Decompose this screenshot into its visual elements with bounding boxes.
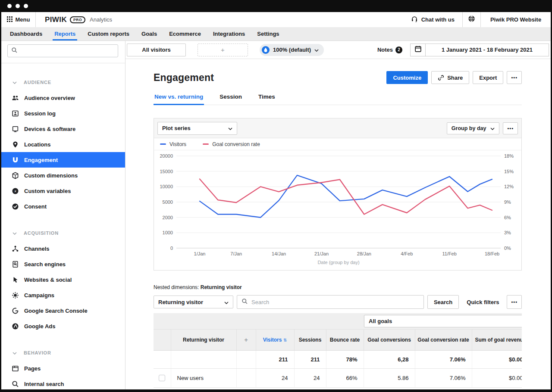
sidebar-section-acquisition: ACQUISITIONChannelsSearch enginesWebsite…: [1, 225, 125, 334]
column-header-select[interactable]: [154, 330, 171, 350]
legend-item-visitors[interactable]: Visitors: [160, 141, 186, 147]
nav-tab-integrations[interactable]: Integrations: [207, 27, 251, 40]
column-header-sum-of-goal-revenue[interactable]: Sum of goal revenue: [472, 330, 522, 350]
sidebar-search[interactable]: [7, 44, 118, 57]
sidebar-item-engagement[interactable]: Engagement: [1, 152, 125, 168]
sidebar-section-header-audience[interactable]: AUDIENCE: [1, 75, 125, 90]
language-button[interactable]: [462, 12, 480, 27]
sidebar-item-audience-overview[interactable]: Audience overview: [1, 90, 125, 106]
nav-tab-custom-reports[interactable]: Custom reports: [82, 27, 135, 40]
totals-goal-conversion-rate: 7.06%: [415, 350, 472, 368]
chat-with-us-button[interactable]: Chat with us: [403, 12, 462, 27]
sidebar-item-consent[interactable]: Consent: [1, 199, 125, 214]
export-button[interactable]: Export: [473, 71, 503, 84]
report-more-button[interactable]: •••: [507, 71, 522, 84]
all-visitors-segment-button[interactable]: All visitors: [127, 44, 186, 56]
sidebar-item-label: Campaigns: [24, 292, 54, 299]
x-axis-tick-label: 4/Feb: [401, 251, 413, 256]
totals-visitors: 211: [256, 350, 294, 368]
sidebar-item-channels[interactable]: Channels: [1, 241, 125, 256]
table-toolbar: Returning visitor Search Quick filters •…: [154, 295, 522, 309]
tab-session[interactable]: Session: [219, 91, 243, 105]
notes-button[interactable]: Notes 2: [377, 47, 402, 53]
report-area: Engagement Customize Share Export •••: [125, 59, 551, 389]
quick-filters-button[interactable]: Quick filters: [462, 299, 503, 305]
calendar-button[interactable]: [410, 44, 426, 56]
sidebar-item-internal-search[interactable]: Internal search: [1, 376, 125, 389]
sidebar-item-custom-variables[interactable]: xCustom variables: [1, 183, 125, 199]
legend-swatch: [203, 143, 209, 145]
nav-tab-ecommerce[interactable]: Ecommerce: [163, 27, 207, 40]
nav-tab-goals[interactable]: Goals: [135, 27, 163, 40]
group-by-select[interactable]: Group by day: [447, 122, 500, 134]
totals-sum-of-goal-revenue: $0.00: [472, 350, 522, 368]
sidebar-item-custom-dimensions[interactable]: Custom dimensions: [1, 168, 125, 183]
column-header-goal-conversion-rate[interactable]: Goal conversion rate: [415, 330, 472, 350]
app-header: Menu PIWIK PRO Analytics Chat with us Pi…: [1, 12, 551, 27]
sidebar-search-input[interactable]: [20, 48, 114, 54]
window-control-dot[interactable]: [7, 4, 12, 8]
tab-new-vs-returning[interactable]: New vs. returning: [154, 91, 204, 105]
x-axis-title: Date (group by day): [317, 260, 359, 265]
sidebar-item-label: Custom dimensions: [24, 172, 78, 179]
sidebar-item-label: Google Ads: [24, 323, 55, 330]
sidebar-section-header-acquisition[interactable]: ACQUISITION: [1, 225, 125, 241]
sidebar-item-search-engines[interactable]: Search engines: [1, 256, 125, 272]
table-search-button[interactable]: Search: [427, 295, 459, 309]
column-header-returning-visitor[interactable]: Returning visitor: [171, 330, 236, 350]
chart-more-button[interactable]: •••: [503, 122, 518, 134]
cell-sessions: 24: [294, 368, 326, 387]
sidebar-item-session-log[interactable]: Session log: [1, 106, 125, 121]
nav-tab-dashboards[interactable]: Dashboards: [4, 27, 48, 40]
window-control-dot[interactable]: [24, 4, 28, 8]
sidebar-section-audience: AUDIENCEAudience overviewSession logDevi…: [1, 75, 125, 214]
sidebar-item-locations[interactable]: Locations: [1, 137, 125, 152]
sidebar-item-websites-social[interactable]: Websites & social: [1, 272, 125, 287]
brand-logo[interactable]: PIWIK PRO Analytics: [45, 12, 112, 27]
sidebar-item-campaigns[interactable]: Campaigns: [1, 287, 125, 303]
series-line-visitors: [200, 175, 492, 218]
sidebar-section-label: BEHAVIOR: [24, 350, 51, 355]
totals-goal-conversions: 6,28: [364, 350, 415, 368]
nav-tab-reports[interactable]: Reports: [48, 27, 82, 40]
nav-tab-settings[interactable]: Settings: [251, 27, 285, 40]
nav-tabs: DashboardsReportsCustom reportsGoalsEcom…: [1, 27, 551, 41]
chart-card-header: Plot series Group by day •••: [154, 118, 521, 138]
tab-times[interactable]: Times: [257, 91, 276, 105]
sidebar-item-pages[interactable]: Pages: [1, 361, 125, 376]
share-button[interactable]: Share: [431, 71, 469, 84]
sidebar-item-label: Engagement: [24, 157, 58, 163]
column-header-sessions[interactable]: Sessions: [294, 330, 326, 350]
website-label: Piwik PRO Website: [490, 16, 541, 23]
legend-item-goal-conversion-rate[interactable]: Goal conversion rate: [203, 141, 260, 147]
totals-sessions: 211: [294, 350, 326, 368]
brand-product: Analytics: [90, 16, 112, 23]
column-header-bounce-rate[interactable]: Bounce rate: [326, 330, 364, 350]
sample-rate-selector[interactable]: 100% (default): [260, 44, 324, 56]
legend-label: Goal conversion rate: [212, 141, 260, 147]
website-selector[interactable]: Piwik PRO Website: [480, 12, 551, 27]
cell-goal-conversion-rate: 7.06%: [415, 368, 472, 387]
dimension-select[interactable]: Returning visitor: [154, 296, 233, 308]
all-goals-selector[interactable]: All goals: [364, 315, 522, 327]
column-header-visitors[interactable]: Visitors ⇅: [256, 330, 294, 350]
sidebar-section-header-behavior[interactable]: BEHAVIOR: [1, 345, 125, 361]
date-range-selector[interactable]: 1 January 2021 - 18 February 2021: [425, 44, 549, 56]
column-header-goal-conversions[interactable]: Goal conversions: [364, 330, 415, 350]
calendar-icon: [414, 45, 422, 54]
table-search-input[interactable]: [251, 299, 419, 305]
menu-button[interactable]: Menu: [1, 12, 36, 27]
right-axis-tick-label: 6%: [504, 215, 511, 220]
row-checkbox[interactable]: [159, 375, 165, 381]
sidebar-item-google-ads[interactable]: Google Ads: [1, 318, 125, 334]
customize-button[interactable]: Customize: [386, 71, 428, 84]
table-more-button[interactable]: •••: [507, 295, 522, 309]
window-control-dot[interactable]: [16, 4, 20, 8]
table-search[interactable]: [237, 295, 424, 309]
table-row-new-users[interactable]: New users242466%5.867.06%$0.00: [154, 368, 522, 387]
plot-series-select[interactable]: Plot series: [157, 122, 237, 135]
column-header-blank[interactable]: +: [236, 330, 256, 350]
add-segment-button[interactable]: +: [198, 44, 248, 56]
sidebar-item-devices-software[interactable]: Devices & software: [1, 121, 125, 137]
sidebar-item-google-search-console[interactable]: Google Search Console: [1, 303, 125, 318]
